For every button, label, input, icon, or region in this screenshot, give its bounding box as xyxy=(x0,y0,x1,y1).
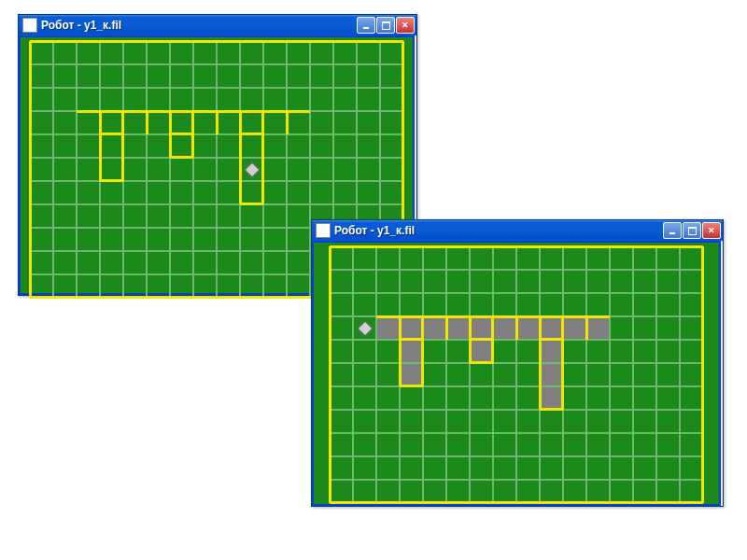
grid-cell[interactable] xyxy=(330,246,353,270)
maximize-button[interactable] xyxy=(376,17,395,34)
grid-cell[interactable] xyxy=(240,251,263,274)
grid-cell[interactable] xyxy=(240,64,263,88)
grid-cell[interactable] xyxy=(357,181,380,204)
grid-cell[interactable] xyxy=(170,181,193,204)
grid-cell[interactable] xyxy=(170,204,193,228)
grid-cell[interactable] xyxy=(147,181,170,204)
grid-cell[interactable] xyxy=(586,270,610,293)
grid-cell[interactable] xyxy=(610,363,633,386)
titlebar[interactable]: Робот - y1_к.fil xyxy=(312,220,723,241)
grid-cell[interactable] xyxy=(287,228,310,251)
grid-cell[interactable] xyxy=(100,111,123,134)
grid-cell[interactable] xyxy=(586,433,610,456)
grid-cell[interactable] xyxy=(147,228,170,251)
grid-cell[interactable] xyxy=(123,228,147,251)
grid-cell[interactable] xyxy=(400,480,423,503)
grid-cell[interactable] xyxy=(380,134,403,158)
grid-cell[interactable] xyxy=(470,246,493,270)
grid-cell[interactable] xyxy=(353,480,376,503)
filled-cell[interactable] xyxy=(470,340,493,363)
grid-cell[interactable] xyxy=(516,270,540,293)
grid-cell[interactable] xyxy=(493,246,516,270)
grid-cell[interactable] xyxy=(100,204,123,228)
grid-cell[interactable] xyxy=(680,433,703,456)
grid-cell[interactable] xyxy=(470,293,493,316)
grid-cell[interactable] xyxy=(446,293,470,316)
titlebar[interactable]: Робот - y1_к.fil xyxy=(19,15,416,35)
grid-cell[interactable] xyxy=(353,386,376,410)
grid-cell[interactable] xyxy=(516,433,540,456)
grid-cell[interactable] xyxy=(563,293,586,316)
grid-cell[interactable] xyxy=(30,41,53,64)
filled-cell[interactable] xyxy=(423,316,446,340)
grid-cell[interactable] xyxy=(656,363,680,386)
filled-cell[interactable] xyxy=(376,316,400,340)
grid-cell[interactable] xyxy=(680,270,703,293)
grid-cell[interactable] xyxy=(516,410,540,433)
grid-cell[interactable] xyxy=(493,456,516,480)
grid-cell[interactable] xyxy=(123,111,147,134)
grid-cell[interactable] xyxy=(217,228,240,251)
grid-cell[interactable] xyxy=(516,456,540,480)
grid-cell[interactable] xyxy=(633,433,656,456)
grid-cell[interactable] xyxy=(263,158,287,181)
grid-cell[interactable] xyxy=(586,480,610,503)
grid-cell[interactable] xyxy=(30,204,53,228)
grid-cell[interactable] xyxy=(263,204,287,228)
grid-cell[interactable] xyxy=(680,363,703,386)
grid-cell[interactable] xyxy=(310,134,333,158)
grid-cell[interactable] xyxy=(310,111,333,134)
grid-cell[interactable] xyxy=(30,64,53,88)
grid-cell[interactable] xyxy=(656,246,680,270)
grid-cell[interactable] xyxy=(53,111,77,134)
grid-cell[interactable] xyxy=(400,386,423,410)
grid-cell[interactable] xyxy=(656,410,680,433)
grid-cell[interactable] xyxy=(586,340,610,363)
grid-cell[interactable] xyxy=(53,158,77,181)
grid-cell[interactable] xyxy=(240,88,263,111)
grid-cell[interactable] xyxy=(680,293,703,316)
grid-cell[interactable] xyxy=(53,181,77,204)
grid-cell[interactable] xyxy=(380,111,403,134)
grid-cell[interactable] xyxy=(123,64,147,88)
grid-cell[interactable] xyxy=(423,270,446,293)
grid-cell[interactable] xyxy=(357,158,380,181)
filled-cell[interactable] xyxy=(540,363,563,386)
grid-cell[interactable] xyxy=(287,204,310,228)
grid-cell[interactable] xyxy=(100,158,123,181)
grid-cell[interactable] xyxy=(423,293,446,316)
grid-cell[interactable] xyxy=(353,246,376,270)
grid-cell[interactable] xyxy=(353,363,376,386)
grid-cell[interactable] xyxy=(493,480,516,503)
grid-cell[interactable] xyxy=(423,433,446,456)
filled-cell[interactable] xyxy=(400,363,423,386)
grid-cell[interactable] xyxy=(563,246,586,270)
grid-cell[interactable] xyxy=(563,410,586,433)
grid-cell[interactable] xyxy=(610,410,633,433)
grid-cell[interactable] xyxy=(400,456,423,480)
grid-cell[interactable] xyxy=(330,270,353,293)
grid-cell[interactable] xyxy=(170,228,193,251)
grid-cell[interactable] xyxy=(123,41,147,64)
grid-cell[interactable] xyxy=(100,41,123,64)
grid-cell[interactable] xyxy=(287,181,310,204)
grid-cell[interactable] xyxy=(376,433,400,456)
grid-cell[interactable] xyxy=(147,204,170,228)
grid-cell[interactable] xyxy=(100,64,123,88)
grid-cell[interactable] xyxy=(656,433,680,456)
grid-cell[interactable] xyxy=(170,41,193,64)
grid-cell[interactable] xyxy=(333,134,357,158)
grid-cell[interactable] xyxy=(423,480,446,503)
grid-cell[interactable] xyxy=(563,433,586,456)
grid-cell[interactable] xyxy=(53,88,77,111)
grid-cell[interactable] xyxy=(563,456,586,480)
grid-cell[interactable] xyxy=(193,204,217,228)
grid-cell[interactable] xyxy=(217,111,240,134)
grid-cell[interactable] xyxy=(263,111,287,134)
grid-cell[interactable] xyxy=(330,386,353,410)
grid-cell[interactable] xyxy=(193,228,217,251)
grid-cell[interactable] xyxy=(446,433,470,456)
filled-cell[interactable] xyxy=(540,340,563,363)
grid-cell[interactable] xyxy=(30,251,53,274)
grid-cell[interactable] xyxy=(333,88,357,111)
